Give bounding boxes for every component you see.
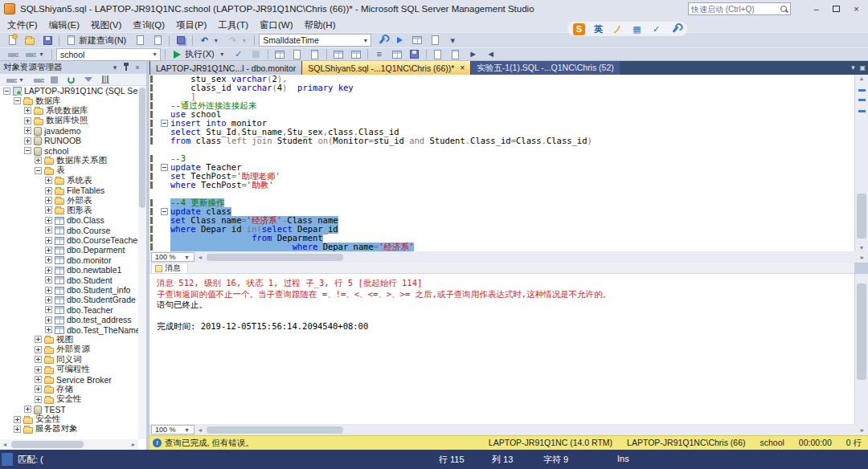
ime-lang-icon[interactable]: 英 <box>591 22 606 35</box>
expand-icon[interactable] <box>35 356 42 363</box>
generate-change-script-button[interactable] <box>374 34 390 47</box>
sql-code-editor[interactable]: stu_sex varchar(2), class_id varchar(4) … <box>149 75 854 251</box>
expand-icon[interactable] <box>45 316 52 324</box>
database-combo[interactable]: school▾ <box>56 48 161 61</box>
tree-item-22[interactable]: dbo.Teacher <box>0 305 138 315</box>
scroll-left-icon[interactable]: ◄ <box>195 255 205 260</box>
intellisense-button[interactable] <box>307 48 323 61</box>
connect-button[interactable] <box>4 48 20 61</box>
expand-icon[interactable] <box>24 117 31 124</box>
tree-item-17[interactable]: dbo.monitor <box>0 255 138 265</box>
tree-item-23[interactable]: dbo.test_address <box>0 315 138 324</box>
tree-item-10[interactable]: FileTables <box>0 186 138 195</box>
float-window-icon[interactable]: ▣ <box>859 64 866 71</box>
execute-button[interactable]: 执行(X)▾ <box>169 48 229 61</box>
expand-icon[interactable] <box>45 306 52 313</box>
tree-item-24[interactable]: dbo.Test_TheName <box>0 324 138 334</box>
results-to-file-button[interactable] <box>407 48 423 61</box>
close-button[interactable]: × <box>846 0 866 18</box>
undo-button[interactable]: ↶▾ <box>196 34 223 47</box>
scrollbar-thumb[interactable] <box>207 426 343 434</box>
menu-item-1[interactable]: 编辑(E) <box>43 18 85 32</box>
open-file-button[interactable] <box>22 34 38 47</box>
comment-button[interactable] <box>430 48 446 61</box>
scroll-right-icon[interactable]: ► <box>858 255 867 260</box>
tree-item-21[interactable]: dbo.StudentGrade <box>0 295 138 304</box>
messages-vertical-scrollbar[interactable] <box>854 274 868 424</box>
scrollbar-thumb[interactable] <box>11 441 84 448</box>
expand-icon[interactable] <box>35 366 42 373</box>
tree-item-13[interactable]: dbo.Class <box>0 215 138 225</box>
tree-item-15[interactable]: dbo.CourseTeacher <box>0 235 138 245</box>
expand-icon[interactable] <box>45 296 52 304</box>
tree-item-1[interactable]: 数据库 <box>0 96 138 105</box>
scroll-right-icon[interactable]: ► <box>858 427 867 433</box>
expand-icon[interactable] <box>45 256 52 263</box>
expand-icon[interactable] <box>45 206 52 214</box>
expand-icon[interactable] <box>45 287 52 294</box>
minimize-button[interactable]: – <box>806 0 826 18</box>
document-tab-2[interactable]: 实验五-1(1).SQL -...Q1NC\Chris (52) <box>471 61 620 75</box>
ime-keyboard-icon[interactable]: ▦ <box>629 22 645 35</box>
expand-icon[interactable] <box>14 416 21 423</box>
scrollbar-track[interactable] <box>10 441 129 448</box>
window-position-icon[interactable]: ▾ <box>109 62 121 73</box>
toolbar-options-button[interactable]: ▾ <box>444 34 461 47</box>
tree-item-26[interactable]: 外部资源 <box>0 345 138 354</box>
tree-item-33[interactable]: 安全性 <box>0 414 138 424</box>
expand-icon[interactable] <box>24 107 31 114</box>
expand-icon[interactable] <box>45 177 52 184</box>
tree-item-11[interactable]: 外部表 <box>0 195 138 205</box>
explorer-horizontal-scrollbar[interactable]: ◄ ► <box>0 439 138 450</box>
tree-item-18[interactable]: dbo.newtable1 <box>0 265 138 275</box>
properties-window-button[interactable] <box>427 34 443 47</box>
tree-item-2[interactable]: 系统数据库 <box>0 106 138 116</box>
editor-zoom-combo[interactable]: 100 % ▾ <box>151 252 194 262</box>
debug-button[interactable] <box>391 34 407 47</box>
new-current-connection-query-button[interactable] <box>132 34 148 47</box>
scroll-up-icon[interactable]: ▲ <box>855 75 868 81</box>
tree-item-29[interactable]: Service Broker <box>0 374 138 384</box>
expand-icon[interactable] <box>45 187 52 194</box>
expand-icon[interactable] <box>45 217 52 224</box>
scrollbar-thumb[interactable] <box>207 254 343 261</box>
expand-icon[interactable] <box>45 197 52 204</box>
tree-item-14[interactable]: dbo.Course <box>0 225 138 234</box>
redo-button[interactable]: ↷▾ <box>224 34 251 47</box>
ime-pen-icon[interactable]: ノ <box>610 22 625 35</box>
expand-icon[interactable] <box>35 157 42 164</box>
tree-item-27[interactable]: 同义词 <box>0 355 138 365</box>
messages-zoom-combo[interactable]: 100 % ▾ <box>151 425 194 434</box>
tree-item-4[interactable]: javademo <box>0 126 138 136</box>
outdent-button[interactable]: ◄ <box>483 48 499 61</box>
editor-vertical-scrollbar[interactable]: ▲ ▼ <box>854 75 868 251</box>
expand-icon[interactable] <box>24 127 31 134</box>
scroll-left-icon[interactable]: ◄ <box>195 427 205 433</box>
scroll-down-icon[interactable]: ▼ <box>855 245 868 251</box>
collapse-region-icon[interactable] <box>161 120 168 127</box>
expand-icon[interactable] <box>35 385 42 393</box>
new-query-button[interactable]: 新建查询(N) <box>63 34 130 47</box>
menu-item-7[interactable]: 帮助(H) <box>299 18 342 32</box>
oe-connect-button[interactable]: ▾ <box>2 73 28 86</box>
ime-check-icon[interactable]: ✓ <box>649 22 664 35</box>
estimated-plan-button[interactable] <box>272 48 288 61</box>
expand-icon[interactable] <box>45 237 52 244</box>
actual-plan-button[interactable] <box>330 48 346 61</box>
collapse-region-icon[interactable] <box>161 208 168 215</box>
indent-button[interactable]: ► <box>465 48 481 61</box>
scrollbar-thumb[interactable] <box>857 283 866 380</box>
explorer-vertical-scrollbar[interactable] <box>138 86 146 439</box>
collapse-icon[interactable] <box>3 88 10 95</box>
tree-item-16[interactable]: dbo.Deparment <box>0 245 138 255</box>
collapse-icon[interactable] <box>24 147 31 154</box>
collapse-icon[interactable] <box>14 97 21 104</box>
cancel-query-button[interactable] <box>248 48 264 61</box>
tab-messages[interactable]: 消息 <box>151 263 188 273</box>
tree-item-34[interactable]: 服务器对象 <box>0 424 138 434</box>
expand-icon[interactable] <box>14 426 21 433</box>
client-statistics-button[interactable] <box>348 48 364 61</box>
datatype-combo[interactable]: SmalldateTime▾ <box>259 34 371 47</box>
maximize-button[interactable] <box>826 0 846 18</box>
table-designer-button[interactable] <box>409 34 425 47</box>
